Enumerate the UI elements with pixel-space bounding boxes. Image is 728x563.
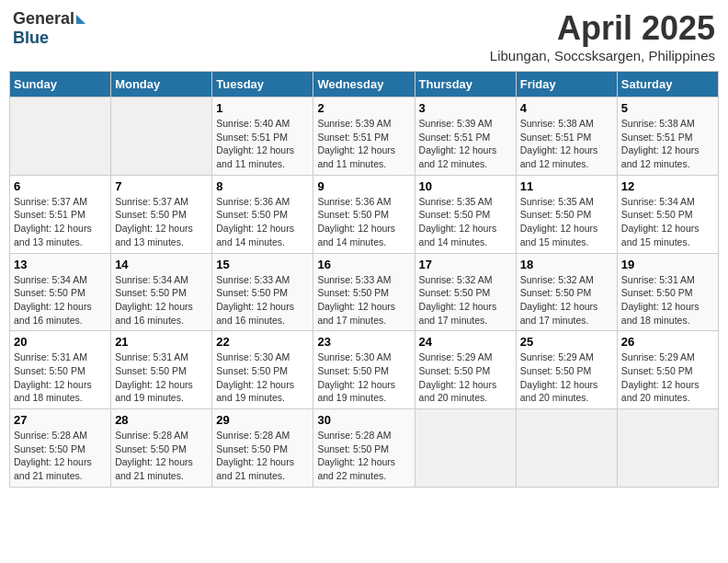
calendar-cell: 24Sunrise: 5:29 AM Sunset: 5:50 PM Dayli… — [415, 331, 516, 409]
day-info: Sunrise: 5:37 AM Sunset: 5:51 PM Dayligh… — [14, 195, 107, 249]
calendar-cell: 19Sunrise: 5:31 AM Sunset: 5:50 PM Dayli… — [617, 253, 718, 331]
day-info: Sunrise: 5:36 AM Sunset: 5:50 PM Dayligh… — [317, 195, 410, 249]
day-info: Sunrise: 5:34 AM Sunset: 5:50 PM Dayligh… — [115, 273, 208, 327]
day-info: Sunrise: 5:33 AM Sunset: 5:50 PM Dayligh… — [216, 273, 309, 327]
day-number: 2 — [317, 101, 410, 115]
day-info: Sunrise: 5:31 AM Sunset: 5:50 PM Dayligh… — [115, 350, 208, 405]
day-info: Sunrise: 5:30 AM Sunset: 5:50 PM Dayligh… — [317, 350, 410, 405]
day-info: Sunrise: 5:28 AM Sunset: 5:50 PM Dayligh… — [14, 429, 107, 483]
day-number: 4 — [520, 101, 613, 115]
day-header-thursday: Thursday — [415, 72, 516, 98]
day-number: 17 — [419, 258, 512, 271]
calendar-cell: 15Sunrise: 5:33 AM Sunset: 5:50 PM Dayli… — [212, 253, 313, 331]
day-number: 26 — [621, 335, 714, 349]
location-title: Libungan, Soccsksargen, Philippines — [490, 48, 715, 63]
day-number: 22 — [216, 335, 309, 349]
logo-general-text: General — [13, 9, 74, 29]
day-number: 30 — [317, 413, 410, 427]
day-info: Sunrise: 5:30 AM Sunset: 5:50 PM Dayligh… — [216, 350, 309, 405]
day-header-sunday: Sunday — [10, 72, 111, 98]
day-number: 10 — [419, 179, 512, 193]
day-info: Sunrise: 5:37 AM Sunset: 5:50 PM Dayligh… — [115, 195, 208, 249]
day-number: 24 — [419, 335, 512, 349]
logo-blue-text: Blue — [13, 29, 49, 47]
day-number: 3 — [419, 101, 512, 115]
calendar-week-4: 20Sunrise: 5:31 AM Sunset: 5:50 PM Dayli… — [10, 331, 719, 409]
day-number: 9 — [317, 179, 410, 193]
calendar-cell: 21Sunrise: 5:31 AM Sunset: 5:50 PM Dayli… — [111, 331, 212, 409]
day-number: 19 — [621, 258, 714, 271]
calendar-cell: 25Sunrise: 5:29 AM Sunset: 5:50 PM Dayli… — [516, 331, 617, 409]
day-info: Sunrise: 5:33 AM Sunset: 5:50 PM Dayligh… — [317, 273, 410, 327]
header: General Blue April 2025 Libungan, Soccsk… — [9, 9, 719, 63]
calendar-cell: 23Sunrise: 5:30 AM Sunset: 5:50 PM Dayli… — [313, 331, 415, 409]
calendar-cell: 29Sunrise: 5:28 AM Sunset: 5:50 PM Dayli… — [212, 409, 313, 488]
day-info: Sunrise: 5:36 AM Sunset: 5:50 PM Dayligh… — [216, 195, 309, 249]
calendar-week-5: 27Sunrise: 5:28 AM Sunset: 5:50 PM Dayli… — [10, 409, 719, 488]
day-info: Sunrise: 5:29 AM Sunset: 5:50 PM Dayligh… — [621, 350, 714, 405]
day-number: 27 — [14, 413, 107, 427]
calendar-cell: 18Sunrise: 5:32 AM Sunset: 5:50 PM Dayli… — [516, 253, 617, 331]
day-info: Sunrise: 5:34 AM Sunset: 5:50 PM Dayligh… — [621, 195, 714, 249]
day-number: 15 — [216, 258, 309, 271]
calendar-week-1: 1Sunrise: 5:40 AM Sunset: 5:51 PM Daylig… — [10, 98, 719, 176]
day-number: 20 — [14, 335, 107, 349]
day-info: Sunrise: 5:40 AM Sunset: 5:51 PM Dayligh… — [216, 117, 309, 171]
day-info: Sunrise: 5:38 AM Sunset: 5:51 PM Dayligh… — [520, 117, 613, 171]
day-number: 5 — [621, 101, 714, 115]
day-number: 21 — [115, 335, 208, 349]
calendar-cell — [111, 98, 212, 176]
calendar-cell: 5Sunrise: 5:38 AM Sunset: 5:51 PM Daylig… — [617, 98, 718, 176]
calendar-cell: 22Sunrise: 5:30 AM Sunset: 5:50 PM Dayli… — [212, 331, 313, 409]
day-info: Sunrise: 5:29 AM Sunset: 5:50 PM Dayligh… — [419, 350, 512, 405]
day-header-monday: Monday — [111, 72, 212, 98]
day-info: Sunrise: 5:39 AM Sunset: 5:51 PM Dayligh… — [317, 117, 410, 171]
day-number: 1 — [216, 101, 309, 115]
calendar-cell: 13Sunrise: 5:34 AM Sunset: 5:50 PM Dayli… — [10, 253, 111, 331]
day-info: Sunrise: 5:28 AM Sunset: 5:50 PM Dayligh… — [216, 429, 309, 483]
calendar-cell: 14Sunrise: 5:34 AM Sunset: 5:50 PM Dayli… — [111, 253, 212, 331]
calendar-cell: 7Sunrise: 5:37 AM Sunset: 5:50 PM Daylig… — [111, 175, 212, 253]
day-number: 18 — [520, 258, 613, 271]
day-header-wednesday: Wednesday — [313, 72, 415, 98]
day-number: 28 — [115, 413, 208, 427]
calendar-cell: 11Sunrise: 5:35 AM Sunset: 5:50 PM Dayli… — [516, 175, 617, 253]
day-info: Sunrise: 5:29 AM Sunset: 5:50 PM Dayligh… — [520, 350, 613, 405]
day-header-saturday: Saturday — [617, 72, 718, 98]
calendar-cell: 17Sunrise: 5:32 AM Sunset: 5:50 PM Dayli… — [415, 253, 516, 331]
day-info: Sunrise: 5:31 AM Sunset: 5:50 PM Dayligh… — [621, 273, 714, 327]
day-info: Sunrise: 5:32 AM Sunset: 5:50 PM Dayligh… — [520, 273, 613, 327]
calendar-cell — [10, 98, 111, 176]
calendar-cell: 4Sunrise: 5:38 AM Sunset: 5:51 PM Daylig… — [516, 98, 617, 176]
month-title: April 2025 — [490, 9, 715, 48]
day-number: 14 — [115, 258, 208, 271]
day-number: 12 — [621, 179, 714, 193]
calendar-cell: 6Sunrise: 5:37 AM Sunset: 5:51 PM Daylig… — [10, 175, 111, 253]
calendar-cell: 2Sunrise: 5:39 AM Sunset: 5:51 PM Daylig… — [313, 98, 415, 176]
day-info: Sunrise: 5:35 AM Sunset: 5:50 PM Dayligh… — [520, 195, 613, 249]
calendar-cell: 26Sunrise: 5:29 AM Sunset: 5:50 PM Dayli… — [617, 331, 718, 409]
day-number: 29 — [216, 413, 309, 427]
calendar-cell: 8Sunrise: 5:36 AM Sunset: 5:50 PM Daylig… — [212, 175, 313, 253]
calendar-cell — [617, 409, 718, 488]
title-area: April 2025 Libungan, Soccsksargen, Phili… — [490, 9, 715, 63]
calendar-cell: 28Sunrise: 5:28 AM Sunset: 5:50 PM Dayli… — [111, 409, 212, 488]
day-number: 13 — [14, 258, 107, 271]
day-info: Sunrise: 5:28 AM Sunset: 5:50 PM Dayligh… — [317, 429, 410, 483]
calendar-cell: 10Sunrise: 5:35 AM Sunset: 5:50 PM Dayli… — [415, 175, 516, 253]
day-info: Sunrise: 5:28 AM Sunset: 5:50 PM Dayligh… — [115, 429, 208, 483]
calendar-cell: 9Sunrise: 5:36 AM Sunset: 5:50 PM Daylig… — [313, 175, 415, 253]
calendar-week-2: 6Sunrise: 5:37 AM Sunset: 5:51 PM Daylig… — [10, 175, 719, 253]
day-number: 8 — [216, 179, 309, 193]
day-header-friday: Friday — [516, 72, 617, 98]
calendar-cell: 20Sunrise: 5:31 AM Sunset: 5:50 PM Dayli… — [10, 331, 111, 409]
calendar-cell: 1Sunrise: 5:40 AM Sunset: 5:51 PM Daylig… — [212, 98, 313, 176]
calendar-cell — [516, 409, 617, 488]
day-number: 16 — [317, 258, 410, 271]
day-info: Sunrise: 5:39 AM Sunset: 5:51 PM Dayligh… — [419, 117, 512, 171]
day-info: Sunrise: 5:34 AM Sunset: 5:50 PM Dayligh… — [14, 273, 107, 327]
calendar: SundayMondayTuesdayWednesdayThursdayFrid… — [9, 71, 719, 488]
calendar-cell: 3Sunrise: 5:39 AM Sunset: 5:51 PM Daylig… — [415, 98, 516, 176]
day-number: 25 — [520, 335, 613, 349]
calendar-cell: 30Sunrise: 5:28 AM Sunset: 5:50 PM Dayli… — [313, 409, 415, 488]
